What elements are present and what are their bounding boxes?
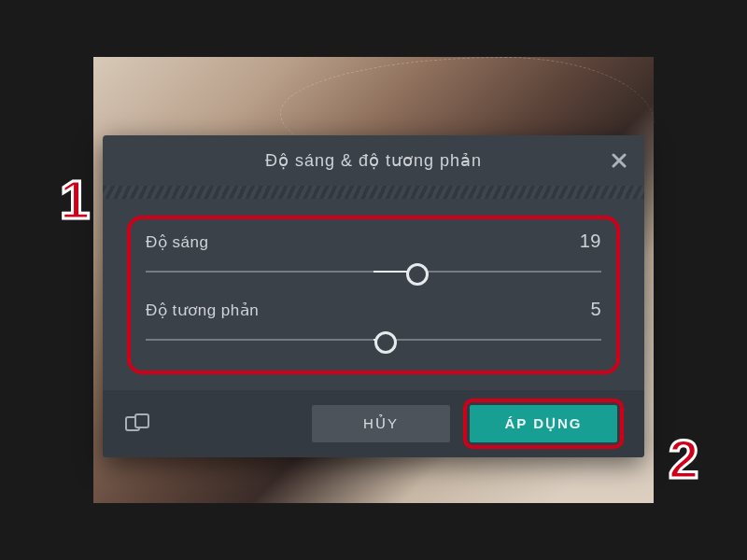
compare-icon[interactable] <box>123 410 151 438</box>
close-icon[interactable] <box>607 148 631 173</box>
contrast-label: Độ tương phản <box>146 301 259 320</box>
brightness-label: Độ sáng <box>146 232 208 252</box>
brightness-value: 19 <box>580 231 601 252</box>
brightness-slider[interactable] <box>146 258 601 286</box>
annotation-step-2: 2 <box>669 427 698 490</box>
dialog-title: Độ sáng & độ tương phản <box>265 150 482 171</box>
apply-annotated-region: ÁP DỤNG <box>463 399 624 449</box>
brightness-thumb[interactable] <box>406 263 429 286</box>
sliders-annotated-region: Độ sáng 19 Độ tương phản 5 <box>127 216 620 374</box>
contrast-thumb[interactable] <box>374 331 397 354</box>
brightness-row: Độ sáng 19 <box>146 231 601 252</box>
svg-rect-1 <box>135 414 148 427</box>
annotation-step-1: 1 <box>60 168 90 231</box>
cancel-button[interactable]: HỦY <box>312 405 450 442</box>
contrast-slider[interactable] <box>146 326 601 354</box>
dialog-separator <box>103 186 644 199</box>
contrast-row: Độ tương phản 5 <box>146 299 601 320</box>
dialog-footer: HỦY ÁP DỤNG <box>103 390 644 457</box>
contrast-value: 5 <box>590 299 601 320</box>
brightness-contrast-dialog: Độ sáng & độ tương phản Độ sáng 19 <box>103 135 644 457</box>
dialog-header: Độ sáng & độ tương phản <box>103 135 644 186</box>
apply-button[interactable]: ÁP DỤNG <box>470 405 617 442</box>
